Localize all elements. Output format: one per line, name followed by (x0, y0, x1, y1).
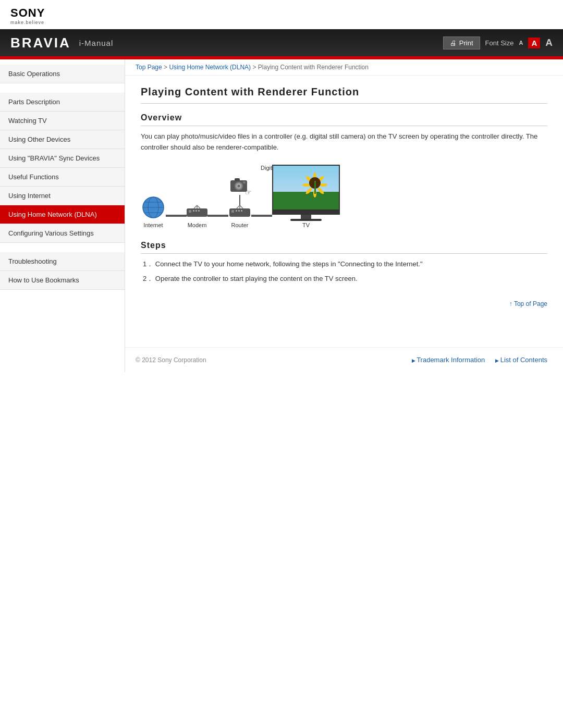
breadcrumb-sep2: > (252, 64, 258, 71)
svg-rect-21 (231, 210, 234, 213)
sidebar-item-using-other-devices[interactable]: Using Other Devices (0, 130, 125, 149)
camera-icon: ☞ (228, 176, 251, 195)
overview-text: You can play photo/music/video files in … (141, 131, 547, 153)
svg-rect-29 (301, 215, 311, 219)
imanual-label: i-Manual (79, 39, 114, 47)
svg-rect-28 (272, 211, 340, 215)
brand-bar: BRAVIA i-Manual 🖨 Print Font Size A A A (0, 29, 563, 56)
trademark-link[interactable]: Trademark Information (412, 356, 485, 364)
list-of-contents-link[interactable]: List of Contents (495, 356, 547, 364)
sidebar-item-basic-operations[interactable]: Basic Operations (0, 65, 125, 83)
main-layout: Basic Operations Parts Description Watch… (0, 59, 563, 372)
breadcrumb-using-home-network[interactable]: Using Home Network (DLNA) (169, 64, 251, 71)
tv-label: TV (302, 222, 310, 228)
vertical-connector (239, 195, 240, 205)
modem-label: Modem (188, 222, 207, 228)
font-medium-button[interactable]: A (528, 38, 540, 48)
svg-rect-7 (193, 210, 194, 212)
diagram-row: Internet (141, 165, 547, 228)
modem-icon (187, 205, 207, 220)
router-icon (229, 205, 250, 220)
print-button[interactable]: 🖨 Print (443, 36, 480, 50)
sidebar-item-parts-description[interactable]: Parts Description (0, 93, 125, 112)
print-label: Print (459, 39, 473, 47)
camera-item: ☞ (228, 176, 251, 195)
svg-line-27 (240, 205, 243, 208)
camera-router-group: ☞ (228, 176, 251, 228)
content-panel: Top Page > Using Home Network (DLNA) > P… (125, 59, 563, 372)
step-1: 1． Connect the TV to your home network, … (141, 259, 547, 270)
sony-tagline: make.believe (10, 20, 553, 25)
router-row (229, 205, 250, 220)
sidebar-item-troubleshooting[interactable]: Troubleshooting (0, 252, 125, 271)
breadcrumb: Top Page > Using Home Network (DLNA) > P… (125, 59, 563, 76)
svg-line-12 (197, 205, 200, 208)
internet-label: Internet (143, 222, 163, 228)
sidebar-gap-1 (0, 83, 125, 93)
globe-icon (141, 195, 166, 220)
diagram: Digital still camera (Controller) Intern… (141, 165, 547, 228)
sidebar-item-useful-functions[interactable]: Useful Functions (0, 168, 125, 187)
footer: © 2012 Sony Corporation Trademark Inform… (125, 347, 563, 372)
diagram-modem: Modem (187, 205, 207, 228)
top-of-page-anchor[interactable]: ↑ Top of Page (509, 300, 547, 307)
step-2-num: 2． (143, 275, 153, 282)
sidebar-item-watching-tv[interactable]: Watching TV (0, 112, 125, 130)
breadcrumb-current: Playing Content with Renderer Function (258, 64, 369, 71)
steps-title: Steps (141, 241, 547, 254)
step-1-text: Connect the TV to your home network, fol… (155, 260, 423, 268)
font-size-label: Font Size (485, 39, 514, 47)
sidebar-item-using-bravia-sync[interactable]: Using "BRAVIA" Sync Devices (0, 149, 125, 168)
svg-text:☞: ☞ (245, 188, 251, 195)
top-of-page-link[interactable]: ↑ Top of Page (141, 300, 547, 307)
breadcrumb-top-page[interactable]: Top Page (136, 64, 162, 71)
svg-rect-22 (236, 210, 237, 212)
svg-point-16 (238, 184, 240, 187)
svg-rect-9 (198, 210, 200, 212)
brand-left: BRAVIA i-Manual (10, 35, 113, 51)
svg-rect-23 (238, 210, 240, 212)
connector-3 (251, 215, 272, 217)
printer-icon: 🖨 (450, 39, 457, 47)
camera-above: ☞ (228, 176, 251, 195)
step-2: 2． Operate the controller to start playi… (141, 274, 547, 285)
tv-screen (272, 165, 340, 211)
svg-rect-30 (290, 219, 322, 221)
svg-rect-6 (189, 210, 191, 213)
sidebar-item-how-to-bookmarks[interactable]: How to Use Bookmarks (0, 271, 125, 290)
sidebar: Basic Operations Parts Description Watch… (0, 59, 125, 372)
svg-rect-18 (243, 181, 246, 183)
tv-stand-icon (272, 211, 340, 221)
steps-list: 1． Connect the TV to your home network, … (141, 259, 547, 285)
svg-line-10 (194, 205, 197, 208)
bravia-logo: BRAVIA (10, 35, 71, 51)
svg-rect-24 (241, 210, 242, 212)
diagram-tv: TV (272, 165, 340, 228)
breadcrumb-sep1: > (164, 64, 169, 71)
content-area: Playing Content with Renderer Function O… (125, 76, 563, 342)
svg-line-25 (237, 205, 240, 208)
sidebar-item-configuring-various[interactable]: Configuring Various Settings (0, 224, 125, 243)
font-large-button[interactable]: A (545, 37, 553, 48)
font-small-button[interactable]: A (519, 40, 523, 46)
step-1-num: 1． (143, 260, 153, 268)
copyright-text: © 2012 Sony Corporation (136, 356, 206, 364)
connector-2 (207, 215, 228, 217)
router-label: Router (231, 222, 248, 228)
sidebar-gap-2 (0, 243, 125, 252)
sidebar-item-using-internet[interactable]: Using Internet (0, 187, 125, 205)
svg-rect-8 (195, 210, 197, 212)
connector-1 (166, 215, 187, 217)
brand-right: 🖨 Print Font Size A A A (443, 36, 553, 50)
page-title: Playing Content with Renderer Function (141, 86, 547, 104)
footer-right-links: Trademark Information List of Contents (412, 356, 547, 364)
sony-header: SONY make.believe (0, 0, 563, 29)
sidebar-item-using-home-network[interactable]: Using Home Network (DLNA) (0, 205, 125, 224)
svg-rect-17 (235, 178, 240, 181)
overview-title: Overview (141, 113, 547, 126)
sony-logo: SONY (10, 6, 553, 20)
step-2-text: Operate the controller to start playing … (155, 275, 358, 282)
diagram-internet: Internet (141, 195, 166, 228)
